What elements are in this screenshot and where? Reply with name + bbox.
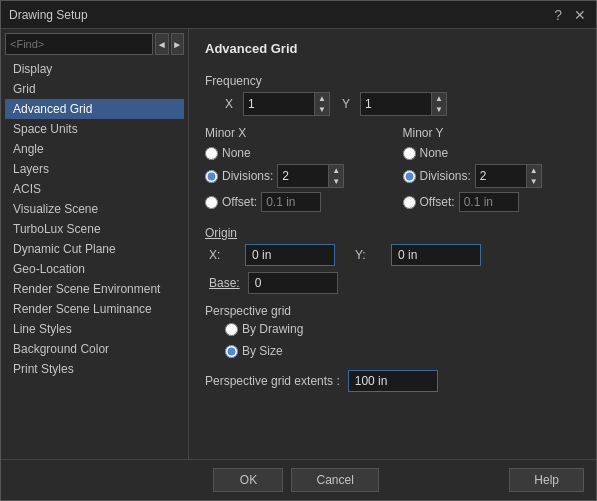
frequency-section: Frequency X ▲ ▼ Y [205, 74, 580, 116]
minor-x-div-spin-buttons: ▲ ▼ [328, 165, 343, 187]
minor-y-none-row: None [403, 146, 581, 160]
minor-x-offset-row: Offset: [205, 192, 383, 212]
persp-by-size-radio[interactable] [225, 345, 238, 358]
minor-x-title: Minor X [205, 126, 383, 140]
minor-y-offset-input[interactable] [459, 192, 519, 212]
minor-x-none-row: None [205, 146, 383, 160]
freq-y-field: Y ▲ ▼ [342, 92, 447, 116]
origin-section: Origin X: Y: Base: [205, 226, 580, 294]
dialog-body: ◄ ► DisplayGridAdvanced GridSpace UnitsA… [1, 29, 596, 459]
minor-y-divisions-row: Divisions: ▲ ▼ [403, 164, 581, 188]
tree-item[interactable]: Display [5, 59, 184, 79]
tree-item[interactable]: ACIS [5, 179, 184, 199]
persp-by-drawing-label: By Drawing [242, 322, 303, 336]
freq-x-field: X ▲ ▼ [225, 92, 330, 116]
tree-item[interactable]: Grid [5, 79, 184, 99]
tree-item[interactable]: Background Color [5, 339, 184, 359]
minor-x-div-down[interactable]: ▼ [329, 176, 343, 187]
persp-radios: By Drawing By Size [225, 322, 580, 362]
find-bar: ◄ ► [5, 33, 184, 55]
title-bar-controls: ? ✕ [552, 7, 588, 23]
origin-base-input[interactable] [248, 272, 338, 294]
tree-item[interactable]: Space Units [5, 119, 184, 139]
minor-section: Minor X None Divisions: ▲ ▼ [205, 126, 580, 216]
minor-x-none-radio[interactable] [205, 147, 218, 160]
frequency-label: Frequency [205, 74, 580, 88]
minor-y-divisions-radio[interactable] [403, 170, 416, 183]
freq-y-input[interactable] [361, 93, 431, 115]
left-panel: ◄ ► DisplayGridAdvanced GridSpace UnitsA… [1, 29, 189, 459]
tree-item[interactable]: Visualize Scene [5, 199, 184, 219]
cancel-button[interactable]: Cancel [291, 468, 378, 492]
origin-title: Origin [205, 226, 580, 240]
origin-x-label: X: [209, 248, 237, 262]
freq-y-label: Y [342, 97, 356, 111]
minor-y-col: Minor Y None Divisions: ▲ ▼ [403, 126, 581, 216]
freq-y-spinbox: ▲ ▼ [360, 92, 447, 116]
tree-item[interactable]: Geo-Location [5, 259, 184, 279]
perspective-section: Perspective grid By Drawing By Size Pers… [205, 304, 580, 392]
help-button[interactable]: Help [509, 468, 584, 492]
origin-x-input[interactable] [245, 244, 335, 266]
tree-item[interactable]: Dynamic Cut Plane [5, 239, 184, 259]
persp-by-size-row: By Size [225, 344, 580, 358]
nav-fwd-button[interactable]: ► [171, 33, 185, 55]
persp-by-drawing-row: By Drawing [225, 322, 580, 336]
minor-y-div-up[interactable]: ▲ [527, 165, 541, 176]
minor-y-title: Minor Y [403, 126, 581, 140]
help-title-button[interactable]: ? [552, 7, 564, 23]
tree-item[interactable]: Render Scene Luminance [5, 299, 184, 319]
persp-extents-input[interactable] [348, 370, 438, 392]
tree-list: DisplayGridAdvanced GridSpace UnitsAngle… [5, 59, 184, 455]
tree-item[interactable]: Advanced Grid [5, 99, 184, 119]
origin-rows: X: Y: Base: [209, 244, 580, 294]
section-title: Advanced Grid [205, 41, 580, 56]
origin-base-row: Base: [209, 272, 580, 294]
freq-x-label: X [225, 97, 239, 111]
minor-y-offset-radio[interactable] [403, 196, 416, 209]
persp-by-drawing-radio[interactable] [225, 323, 238, 336]
minor-x-offset-radio[interactable] [205, 196, 218, 209]
ok-button[interactable]: OK [213, 468, 283, 492]
tree-item[interactable]: Line Styles [5, 319, 184, 339]
right-panel: Advanced Grid Frequency X ▲ ▼ [189, 29, 596, 459]
freq-x-down-button[interactable]: ▼ [315, 104, 329, 115]
freq-y-spin-buttons: ▲ ▼ [431, 93, 446, 115]
origin-y-label: Y: [355, 248, 383, 262]
persp-extents-label: Perspective grid extents : [205, 374, 340, 388]
frequency-row: X ▲ ▼ Y [225, 92, 580, 116]
tree-item[interactable]: Print Styles [5, 359, 184, 379]
tree-item[interactable]: Angle [5, 139, 184, 159]
freq-x-input[interactable] [244, 93, 314, 115]
minor-y-none-label: None [420, 146, 449, 160]
nav-back-button[interactable]: ◄ [155, 33, 169, 55]
persp-extents-row: Perspective grid extents : [205, 370, 580, 392]
title-bar: Drawing Setup ? ✕ [1, 1, 596, 29]
close-title-button[interactable]: ✕ [572, 7, 588, 23]
find-input[interactable] [5, 33, 153, 55]
minor-x-offset-input[interactable] [261, 192, 321, 212]
minor-y-div-down[interactable]: ▼ [527, 176, 541, 187]
freq-y-down-button[interactable]: ▼ [432, 104, 446, 115]
origin-base-label: Base: [209, 276, 240, 290]
minor-y-none-radio[interactable] [403, 147, 416, 160]
minor-x-div-up[interactable]: ▲ [329, 165, 343, 176]
persp-by-size-label: By Size [242, 344, 283, 358]
minor-y-div-spinbox: ▲ ▼ [475, 164, 542, 188]
freq-x-up-button[interactable]: ▲ [315, 93, 329, 104]
tree-item[interactable]: TurboLux Scene [5, 219, 184, 239]
freq-y-up-button[interactable]: ▲ [432, 93, 446, 104]
minor-x-divisions-row: Divisions: ▲ ▼ [205, 164, 383, 188]
dialog-title: Drawing Setup [9, 8, 88, 22]
minor-x-div-input[interactable] [278, 165, 328, 187]
tree-item[interactable]: Render Scene Environment [5, 279, 184, 299]
origin-y-input[interactable] [391, 244, 481, 266]
dialog-footer: OK Cancel Help [1, 459, 596, 500]
footer-center: OK Cancel [213, 468, 378, 492]
minor-x-none-label: None [222, 146, 251, 160]
minor-y-div-input[interactable] [476, 165, 526, 187]
tree-item[interactable]: Layers [5, 159, 184, 179]
minor-x-offset-label: Offset: [222, 195, 257, 209]
minor-y-offset-label: Offset: [420, 195, 455, 209]
minor-x-divisions-radio[interactable] [205, 170, 218, 183]
